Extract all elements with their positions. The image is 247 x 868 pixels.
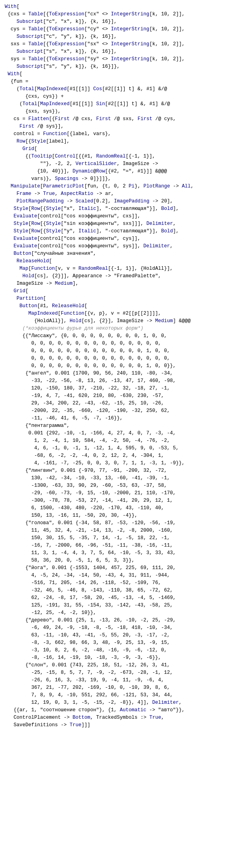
code-line: -6, 49, 24, -9, -18, -8, -5, -18, 418, -… bbox=[5, 624, 242, 632]
code-line: -26, 6, 16, 3, -33, 19, 9, -4, 11, -9, -… bbox=[5, 677, 242, 684]
code-line: 0.001 {292, -10, -1, -166, 4, 27, 4, 0, … bbox=[5, 430, 242, 437]
code-line: -12, 25, -4, -2, 10}}, bbox=[5, 609, 242, 617]
code-line: 0, 0, 0, 0, 0, 0, 0, 0, 0, 0, 0, 0, 0, 1… bbox=[5, 362, 242, 370]
code-line: 4, 6, -1, 0, -1, 1, -12, 1, 4, 595, 9, 0… bbox=[5, 445, 242, 452]
code-line: cys = Table[{ToExpression["cy" <> Intege… bbox=[5, 26, 242, 33]
code-line: -32, 46, 5, -46, 8, -143, -110, 38, 65, … bbox=[5, 587, 242, 594]
code-line: Frame -> True, AspectRatio -> ar, bbox=[5, 190, 242, 198]
code-line: MapIndexed[Function[{v, p}, v = #2[[p[[2… bbox=[5, 310, 242, 317]
code-line: 62, -24, -8, 17, -58, 20, -45, -13, -4, … bbox=[5, 594, 242, 602]
code-line: -516, 71, 205, -14, 26, -118, -52, -109,… bbox=[5, 579, 242, 587]
code-line: -16, 7, -2000, 66, -96, -51, -11, -38, -… bbox=[5, 542, 242, 549]
code-line: -29, -60, -73, -9, 15, -10, -2000, 21, 1… bbox=[5, 490, 242, 497]
code-line: Evaluate[control["cos коэффициенты", cxs… bbox=[5, 213, 242, 220]
code-line: {fun = bbox=[5, 78, 242, 85]
code-container: With[ {cxs = Table[{ToExpression["cx" <>… bbox=[5, 3, 242, 729]
code-line: Subscript["s", "y", k]}, {k, 16}]}, bbox=[5, 63, 242, 70]
code-line: (*коэффициенты фурье для некоторых форм*… bbox=[5, 325, 242, 332]
code-line: -68, 6, -2, -2, -4, 0, 2, 12, 2, 4, -304… bbox=[5, 452, 242, 460]
code-line: Grid[ bbox=[5, 145, 242, 153]
code-line: -19, 4, 7, -41, 620, 210, 80, -630, 230,… bbox=[5, 392, 242, 400]
code-line: (Total[MapIndexed[#1[[1]] Sin[#2[[1]] t]… bbox=[5, 100, 242, 108]
code-line: {"голова", 0.001 {-34, 58, 87, -53, -120… bbox=[5, 519, 242, 527]
code-line: -2000, 22, -35, -660, -120, -190, -32, 2… bbox=[5, 407, 242, 415]
code-line: sxs = Table[{ToExpression["sx" <> Intege… bbox=[5, 41, 242, 48]
code-line: {"йога", 0.001 {-1553, 1404, 457, 225, 6… bbox=[5, 564, 242, 572]
code-line: {HoldAll}], Hold[cs], {2}], ImageSize ->… bbox=[5, 317, 242, 325]
code-line: -33, -22, -56, -8, 13, 26, -13, 47, 17, … bbox=[5, 377, 242, 385]
code-line: sys = Table[{ToExpression["sy" <> Intege… bbox=[5, 56, 242, 63]
code-line: (Total[MapIndexed[#1[[1]] Cos[#2[[1]] t]… bbox=[5, 85, 242, 93]
code-line: Evaluate[control["cos коэффициенты", cys… bbox=[5, 235, 242, 243]
code-line: {sxs, sys}), bbox=[5, 108, 242, 115]
code-line: 4, -5, 24, -34, -14, 50, -43, 4, 31, 911… bbox=[5, 572, 242, 579]
code-line: Partition[ bbox=[5, 295, 242, 302]
code-line: -8, -3, 662, 98, 66, 3, 48, -9, 25, 13, … bbox=[5, 639, 242, 647]
code-line: {10, 40}}], Dynamic@Row[{#2, "=", #1}]] … bbox=[5, 168, 242, 175]
code-line: 120, -150, 180, 37, -210, -22, 32, -18, … bbox=[5, 385, 242, 392]
code-line: 11, 45, 32, 4, -21, -14, 13, -2, -8, 200… bbox=[5, 527, 242, 534]
code-line: 29, -34, 200, 22, -43, -62, -15, 25, 10,… bbox=[5, 400, 242, 407]
code-line: {(Tooltip[Control[{{#1, RandomReal[{-1, … bbox=[5, 153, 242, 160]
code-line: Style[Row[{Style["sin коэффициенты", sxs… bbox=[5, 220, 242, 228]
code-line: First /@ sys}], bbox=[5, 123, 242, 130]
code-line: With[ bbox=[5, 70, 242, 78]
code-line: {"слон", 0.001 {743, 225, 18, 51, -12, 2… bbox=[5, 662, 242, 669]
code-line: Button["случайные значения", bbox=[5, 250, 242, 258]
code-line: With[ bbox=[5, 3, 242, 11]
code-line: 11, 3, 1, -4, 4, 3, 7, 5, 64, -10, -5, 3… bbox=[5, 549, 242, 557]
code-line: {cxs, cys}) + bbox=[5, 93, 242, 100]
code-line: {"ангел", 0.001 {1700, 90, 56, 240, 110,… bbox=[5, 370, 242, 377]
code-line: -3, 10, 8, 2, 6, -2, -48, -16, -9, -6, -… bbox=[5, 647, 242, 654]
code-line: -25, -15, 8, 5, 7, 7, -9, -2, -673, -28,… bbox=[5, 669, 242, 677]
code-line: 63, -11, -10, 43, -41, -5, 55, 20, -3, -… bbox=[5, 632, 242, 639]
code-line: 125, -191, 31, 55, -154, 33, -142, -43, … bbox=[5, 602, 242, 609]
code-line: 12, 19, 0, 3, 1, -5, -15, -2, -8}}, 4]],… bbox=[5, 699, 242, 707]
code-line: Subscript["s", "x", k]}, {k, 16}], bbox=[5, 48, 242, 56]
code-line: Hold[cs], {2}]], Appearance -> "FramedPa… bbox=[5, 273, 242, 280]
code-content: With[ {cxs = Table[{ToExpression["cx" <>… bbox=[5, 3, 242, 729]
code-line: cs = Flatten[{First /@ cxs, First /@ sxs… bbox=[5, 115, 242, 123]
code-line: -8, -16, 14, -19, 10, -18, -3, -9, -3, -… bbox=[5, 654, 242, 662]
code-line: control = Function[{label, vars}, bbox=[5, 130, 242, 138]
code-line: 4, -161, -7, -25, 0, 0, 3, 0, 7, 1, 1, -… bbox=[5, 460, 242, 467]
code-line: -1300, -63, 33, 90, 29, -60, -53, 63, -3… bbox=[5, 482, 242, 490]
code-line: 1, 2, -4, 1, 10, 584, -4, -2, 50, -4, -7… bbox=[5, 437, 242, 445]
code-line: {{ar, 1, "соотношение сторон"}, {1, Auto… bbox=[5, 707, 242, 714]
code-line: Button[#1, ReleaseHold[ bbox=[5, 302, 242, 310]
code-line: {"пентаграмма", bbox=[5, 422, 242, 430]
code-line: SaveDefinitions -> True]]] bbox=[5, 721, 242, 729]
code-line: Map[Function[v, v = RandomReal[{-1, 1}],… bbox=[5, 265, 242, 273]
code-line: {"дерево", 0.001 {25, 1, -13, 26, -10, -… bbox=[5, 617, 242, 624]
code-line: Grid[ bbox=[5, 287, 242, 295]
code-line: 150, 30, 15, 5, -35, 7, 14, -1, -5, 18, … bbox=[5, 534, 242, 542]
code-line: ""}, -2, 2, VerticalSlider, ImageSize -> bbox=[5, 160, 242, 168]
code-line: {{"Лиссажу", {0, 0, 0, 0, 0, 0, 0, 0, 0,… bbox=[5, 332, 242, 340]
code-line: 130, -42, -34, -10, -33, 13, -60, -41, -… bbox=[5, 475, 242, 482]
code-line: 0, 0, 0, 0, 0, 0, 0, 0, 0, 0, 0, 0, 0, 0… bbox=[5, 340, 242, 347]
code-line: Manipulate[ParametricPlot[fun, {t, 0, 2 … bbox=[5, 183, 242, 190]
code-line: ControlPlacement -> Bottom, TrackedSymbo… bbox=[5, 714, 242, 721]
code-line: Evaluate[control["cos коэффициенты", sys… bbox=[5, 243, 242, 250]
code-line: 6, 1500, -430, 480, -220, -170, 43, -110… bbox=[5, 504, 242, 512]
code-line: -11, -46, 41, 6, -5, -7, -16}}, bbox=[5, 415, 242, 422]
code-line: 0, 0, 0, 0, 0, 0, 0, 0, 0, 0, 0, 0, 0, 0… bbox=[5, 355, 242, 362]
code-line: ReleaseHold[ bbox=[5, 258, 242, 265]
code-line: Row[{Style[label], bbox=[5, 138, 242, 145]
code-line: 0, 0, 0, 0, 0, 0, 0, 0, 0, 0, 0, 0, 0, 1… bbox=[5, 347, 242, 355]
code-line: -300, -78, 78, -53, 27, -14, -41, 20, 29… bbox=[5, 497, 242, 504]
code-line: 150, 13, -16, 11, -50, 20, 30, -4}}, bbox=[5, 512, 242, 519]
code-line: 58, 36, 20, 0, -5, 1, 6, 5, 3, 3}}, bbox=[5, 557, 242, 564]
code-line: Subscript["c", "y", k]}, {k, 16}], bbox=[5, 33, 242, 41]
code-line: PlotRangePadding -> Scaled[0.2], ImagePa… bbox=[5, 198, 242, 205]
code-line: vars)}, Spacings -> 0]}]]}, bbox=[5, 175, 242, 183]
code-line: 7, 8, 9, 4, -10, 551, 292, 66, -121, 53,… bbox=[5, 692, 242, 699]
code-line: {cxs = Table[{ToExpression["cx" <> Integ… bbox=[5, 11, 242, 18]
code-line: ImageSize -> Medium], bbox=[5, 280, 242, 287]
code-line: 367, 21, -77, 202, -169, -10, 0, -10, 39… bbox=[5, 684, 242, 692]
code-line: Style[Row[{Style["x", Italic], "-составл… bbox=[5, 205, 242, 213]
code-line: Subscript["c", "x", k]}, {k, 16}], bbox=[5, 18, 242, 26]
code-line: Style[Row[{Style["y", Italic], "-составл… bbox=[5, 228, 242, 235]
code-line: {"лингвин", 0.001 {-970, 77, -91, -200, … bbox=[5, 467, 242, 475]
